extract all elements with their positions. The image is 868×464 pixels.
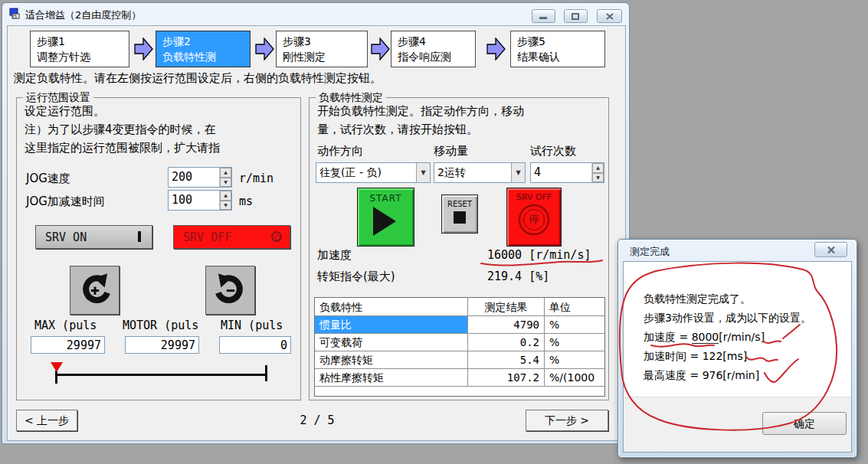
chevron-down-icon[interactable]: ▼ [511,163,525,182]
step-2-num: 步骤2 [162,34,250,49]
srv-off-button[interactable]: SRV OFF [173,225,290,249]
accel-result-value: 8000 [692,331,719,344]
step-3-label: 刚性测定 [283,49,367,64]
rotate-ccw-plus-icon [77,273,113,308]
range-settings-panel: 运行范围设置 设定运行范围。 注）为了以步骤4变更指令的时候，在 这里指定的运行… [16,97,301,400]
load-measurement-panel: 负载特性测定 开始负载特性测定。指定动作方向，移动 量，试行次数，请按开始按钮。… [309,97,609,400]
step-1-num: 步骤1 [37,34,129,49]
max-pulse-field[interactable]: 29997 [31,336,105,354]
range-desc-3: 这里指定的运行范围被限制，扩大请指 [25,141,220,155]
step-3: 步骤3 刚性测定 [276,31,368,67]
spinner-up-button[interactable]: ▲ [220,168,231,178]
chevron-down-icon[interactable]: ▼ [416,163,430,182]
reset-button[interactable]: RESET [441,194,478,234]
dialog-speed-line: 最高速度 = 976[r/min] [644,369,759,383]
jog-speed-unit: r/min [239,172,274,185]
spinner-up-button[interactable]: ▲ [220,191,231,201]
row-name[interactable]: 粘性摩擦转矩 [315,369,468,387]
reset-label: RESET [442,200,477,208]
measure-desc-2: 量，试行次数，请按开始按钮。 [317,123,478,137]
srv-off-stop-label: SRV OFF [507,192,561,202]
range-panel-title: 运行范围设置 [23,91,93,105]
dialog-line-2: 步骤3动作设置，成为以下的设置。 [644,312,811,325]
dialog-close-button[interactable] [814,242,847,257]
step-arrow-icon [371,38,390,60]
step-4-label: 指令响应测 [398,49,475,64]
main-window: 适合增益（2自由度控制） 步骤1 调整方针选 步骤2 负载特性测 [2,2,630,444]
power-on-icon [138,231,141,242]
accel-value: 16000 [r/min/s] [487,248,591,262]
jog-time-label: JOG加减速时间 [26,194,105,209]
torque-label: 转矩指令(最大) [317,270,395,284]
max-pulse-label: MAX (puls [34,319,97,332]
accel-suffix: [r/min/s] [719,331,765,343]
close-icon [606,13,614,20]
spinner-up-button[interactable]: ▲ [592,163,604,173]
slider-marker-icon[interactable] [51,362,63,372]
jog-time-spinner[interactable]: 100 ▲ ▼ [168,190,232,211]
step-4: 步骤4 指令响应测 [391,31,476,67]
start-button[interactable]: START [357,188,414,247]
load-characteristics-table: 负载特性 测定结果 单位 惯量比 4790 % 可变载荷 0.2 % [314,297,605,397]
slider-tick-left [55,371,57,384]
movement-combo[interactable]: 2运转 ▼ [434,162,526,183]
srv-on-label: SRV ON [45,230,87,244]
row-name[interactable]: 可变载荷 [315,334,468,351]
table-row[interactable]: 可变载荷 0.2 % [315,334,604,351]
spinner-down-button[interactable]: ▼ [220,178,231,188]
row-unit: % [545,316,604,334]
row-unit: %/(1000 [545,369,604,387]
min-pulse-field[interactable]: 0 [219,336,291,354]
next-step-button[interactable]: 下一步 > [526,410,608,431]
row-unit: % [545,334,604,351]
spinner-down-button[interactable]: ▼ [220,201,231,211]
dialog-time-line: 加速时间 = 122[ms] [644,350,747,364]
slider-tick-right [265,365,267,381]
trials-spinner[interactable]: 4 ▲ ▼ [530,162,604,183]
slider-track[interactable] [56,374,267,376]
jog-speed-label: JOG速度 [26,172,70,186]
row-value: 4790 [468,316,545,334]
maximize-button[interactable] [564,9,588,23]
jog-ccw-button[interactable] [70,266,120,315]
step-3-num: 步骤3 [283,34,367,49]
table-header: 负载特性 [315,298,468,316]
spinner-down-button[interactable]: ▼ [592,173,604,183]
dialog-accel-line: 加速度 = 8000[r/min/s] [644,331,765,345]
wizard-description: 测定负载特性。请在左侧按运行范围设定后，右侧的负载特性测定按钮。 [14,71,382,86]
torque-value: 219.4 [%] [487,270,549,283]
step-5-label: 结果确认 [517,49,604,64]
direction-combo[interactable]: 往复(正 - 负) ▼ [316,162,431,183]
jog-cw-button[interactable] [205,266,255,315]
movement-value: 2运转 [434,163,511,182]
jog-speed-value[interactable]: 200 [169,168,219,187]
table-header: 单位 [545,298,604,316]
main-titlebar[interactable]: 适合增益（2自由度控制） [2,3,629,25]
trials-value[interactable]: 4 [531,163,591,182]
table-header-row: 负载特性 测定结果 单位 [315,298,604,316]
ok-button[interactable]: 确定 [762,412,847,435]
min-pulse-label: MIN (puls [221,319,283,332]
jog-speed-spinner[interactable]: 200 ▲ ▼ [168,167,232,188]
motor-pulse-field[interactable]: 29997 [125,336,199,354]
row-name[interactable]: 惯量比 [315,316,468,334]
step-arrow-icon [486,38,506,60]
accel-label: 加速度 [317,248,352,263]
step-arrow-icon [134,38,153,60]
row-unit: % [545,351,604,369]
table-row[interactable]: 粘性摩擦转矩 107.2 %/(1000 [315,369,604,387]
minimize-button[interactable] [532,9,555,23]
row-name[interactable]: 动摩擦转矩 [315,351,468,369]
desktop: 适合增益（2自由度控制） 步骤1 调整方针选 步骤2 负载特性测 [0,0,868,464]
table-row[interactable]: 动摩擦转矩 5.4 % [315,351,604,369]
close-button[interactable] [597,9,622,23]
dialog-title: 测定完成 [630,245,670,259]
step-1: 步骤1 调整方针选 [30,31,129,67]
step-5: 步骤5 结果确认 [510,31,605,67]
srv-on-button[interactable]: SRV ON [35,225,152,249]
srv-off-stop-button[interactable]: SRV OFF 停 [506,188,562,247]
direction-value: 往复(正 - 负) [316,163,416,182]
table-row[interactable]: 惯量比 4790 % [315,316,604,334]
jog-time-value[interactable]: 100 [169,191,219,210]
maximize-icon [572,13,580,20]
